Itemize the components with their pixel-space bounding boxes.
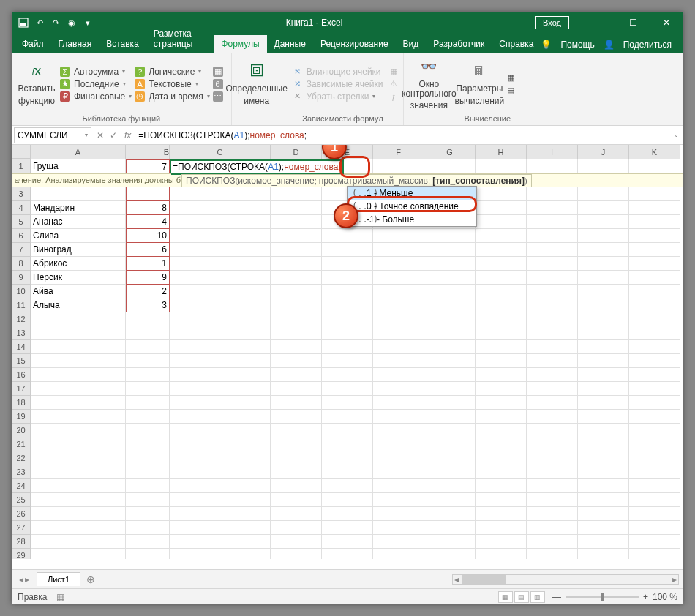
cell[interactable]: [170, 424, 271, 437]
cell[interactable]: [424, 549, 476, 559]
cell[interactable]: [373, 465, 424, 479]
tab-home[interactable]: Главная: [51, 35, 99, 53]
cell[interactable]: [527, 368, 578, 382]
row-header[interactable]: 20: [12, 424, 31, 437]
cell[interactable]: [476, 326, 527, 340]
cell[interactable]: [424, 479, 476, 493]
cell[interactable]: [31, 451, 126, 465]
cell[interactable]: [476, 465, 527, 479]
tab-view[interactable]: Вид: [396, 35, 427, 53]
cell[interactable]: [629, 354, 680, 368]
evaluate-formula-button[interactable]: ƒ: [388, 91, 399, 102]
cell[interactable]: [271, 410, 322, 424]
qat-customize-icon[interactable]: ▾: [82, 17, 94, 29]
cell[interactable]: [126, 424, 170, 437]
function-category-button[interactable]: ⋯: [213, 91, 227, 102]
row-header[interactable]: 5: [12, 215, 31, 229]
cell[interactable]: [31, 326, 126, 340]
row-header[interactable]: 21: [12, 437, 31, 451]
cell[interactable]: [271, 257, 322, 271]
cell[interactable]: [373, 382, 424, 396]
cell[interactable]: [322, 382, 373, 396]
cell[interactable]: [373, 229, 424, 243]
cell[interactable]: [578, 312, 629, 326]
scrollbar-thumb[interactable]: [462, 575, 506, 584]
cell[interactable]: [629, 451, 680, 465]
cell[interactable]: [424, 437, 476, 451]
cell[interactable]: [373, 521, 424, 535]
row-header[interactable]: 10: [12, 285, 31, 298]
row-header[interactable]: 12: [12, 312, 31, 326]
cell[interactable]: 9: [126, 271, 170, 285]
cell[interactable]: [629, 535, 680, 549]
cell[interactable]: [629, 424, 680, 437]
cell[interactable]: [629, 285, 680, 298]
share-icon[interactable]: 👤: [604, 40, 615, 50]
cell[interactable]: [126, 382, 170, 396]
cell[interactable]: [476, 382, 527, 396]
cell[interactable]: [527, 437, 578, 451]
cell[interactable]: [527, 396, 578, 410]
cell[interactable]: [629, 271, 680, 285]
cell[interactable]: [476, 493, 527, 507]
cell[interactable]: [31, 354, 126, 368]
cell[interactable]: [476, 257, 527, 271]
expand-formula-bar-icon[interactable]: ⌄: [674, 132, 679, 138]
dropdown-option[interactable]: (...)1 - Меньше: [348, 187, 476, 200]
tab-help[interactable]: Справка: [492, 35, 541, 53]
cell[interactable]: [578, 535, 629, 549]
cell[interactable]: [527, 493, 578, 507]
cell[interactable]: [322, 521, 373, 535]
cell[interactable]: [629, 187, 680, 201]
cell[interactable]: [476, 271, 527, 285]
cell[interactable]: [31, 437, 126, 451]
cell[interactable]: [578, 340, 629, 354]
cell[interactable]: [31, 187, 126, 201]
cell[interactable]: Алыча: [31, 298, 126, 312]
cell[interactable]: [424, 312, 476, 326]
cell[interactable]: 8: [126, 201, 170, 215]
tab-insert[interactable]: Вставка: [99, 35, 146, 53]
cell[interactable]: [373, 340, 424, 354]
cell[interactable]: [126, 549, 170, 559]
horizontal-scrollbar[interactable]: ◂ ▸: [452, 574, 679, 585]
cell[interactable]: [170, 396, 271, 410]
cell[interactable]: [578, 521, 629, 535]
cancel-formula-icon[interactable]: ✕: [97, 130, 104, 140]
col-header[interactable]: F: [373, 145, 424, 159]
cell[interactable]: [170, 271, 271, 285]
cell[interactable]: [322, 535, 373, 549]
cell[interactable]: [126, 410, 170, 424]
cell[interactable]: [373, 368, 424, 382]
zoom-out-button[interactable]: —: [552, 592, 561, 602]
cell[interactable]: [170, 312, 271, 326]
cell[interactable]: [271, 368, 322, 382]
zoom-level[interactable]: 100 %: [653, 592, 677, 602]
function-category-button[interactable]: ΣАвтосумма ▾: [60, 67, 132, 77]
cell[interactable]: [31, 493, 126, 507]
cell[interactable]: [322, 298, 373, 312]
cell[interactable]: [322, 326, 373, 340]
cell[interactable]: [170, 187, 271, 201]
calc-now-button[interactable]: ▦: [506, 72, 516, 83]
sheet-tab[interactable]: Лист1: [37, 572, 80, 586]
function-category-button[interactable]: ◷Дата и время ▾: [135, 91, 209, 102]
cell[interactable]: [170, 549, 271, 559]
cell[interactable]: [322, 340, 373, 354]
cell[interactable]: 6: [126, 243, 170, 257]
cell[interactable]: [527, 257, 578, 271]
cell[interactable]: [373, 493, 424, 507]
calc-sheet-button[interactable]: ▤: [506, 85, 516, 95]
function-category-button[interactable]: ★Последние ▾: [60, 79, 132, 89]
cell[interactable]: [271, 437, 322, 451]
cell[interactable]: [126, 451, 170, 465]
cell[interactable]: [31, 535, 126, 549]
cell[interactable]: [527, 340, 578, 354]
cell[interactable]: [373, 479, 424, 493]
cell[interactable]: Груша: [31, 159, 126, 173]
remove-arrows-button[interactable]: ✕Убрать стрелки▾: [293, 91, 383, 102]
tab-data[interactable]: Данные: [267, 35, 313, 53]
cell[interactable]: [578, 159, 629, 173]
row-header[interactable]: 1: [12, 159, 31, 173]
cell[interactable]: [424, 326, 476, 340]
